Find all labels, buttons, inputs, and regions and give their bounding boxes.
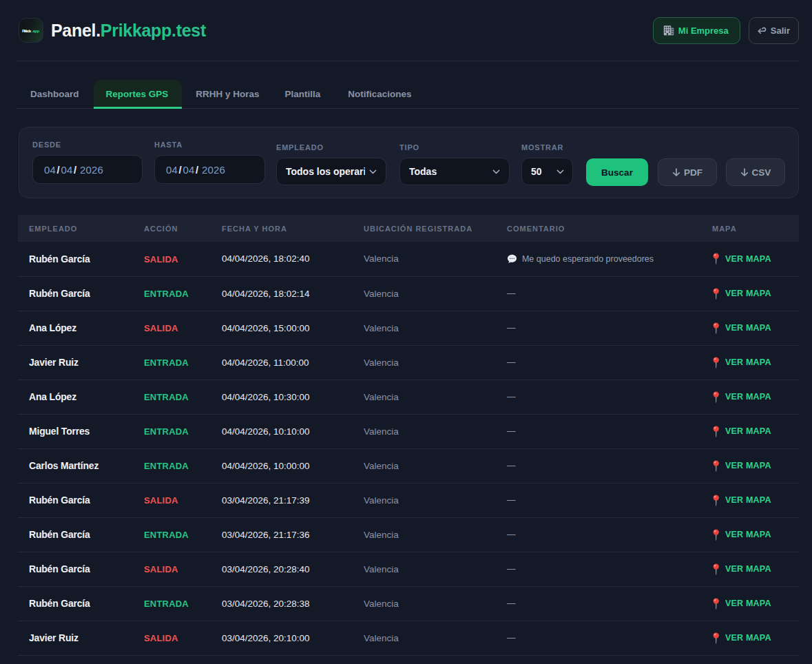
svg-text:Prikkda: Prikkda xyxy=(22,28,32,32)
svg-text:.app: .app xyxy=(32,28,39,32)
